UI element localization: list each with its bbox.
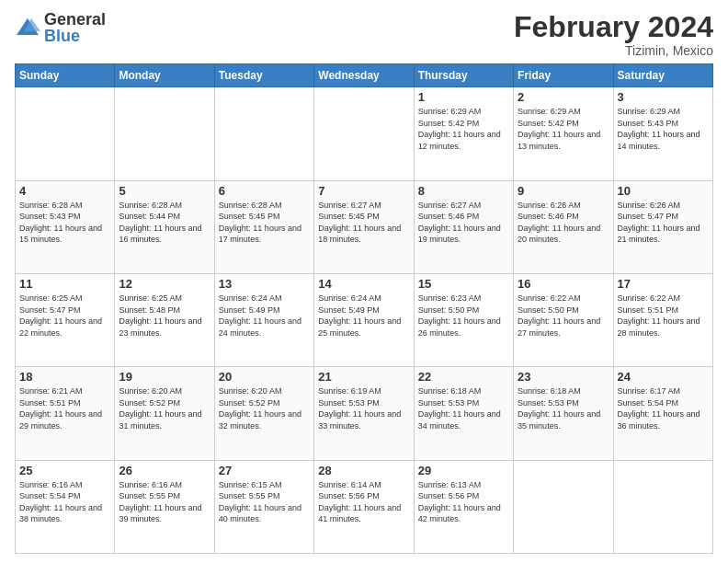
day-info: Sunrise: 6:22 AM Sunset: 5:51 PM Dayligh… [618,293,709,339]
calendar-cell: 26Sunrise: 6:16 AM Sunset: 5:55 PM Dayli… [115,460,214,553]
day-number: 8 [418,184,509,198]
day-info: Sunrise: 6:27 AM Sunset: 5:45 PM Dayligh… [318,200,409,246]
day-info: Sunrise: 6:24 AM Sunset: 5:49 PM Dayligh… [219,293,310,339]
calendar-header-wednesday: Wednesday [314,64,414,87]
day-info: Sunrise: 6:26 AM Sunset: 5:47 PM Dayligh… [618,200,709,246]
calendar-cell: 23Sunrise: 6:18 AM Sunset: 5:53 PM Dayli… [514,367,613,460]
calendar-subtitle: Tizimin, Mexico [514,43,713,58]
calendar-cell: 14Sunrise: 6:24 AM Sunset: 5:49 PM Dayli… [314,273,414,366]
calendar-cell: 2Sunrise: 6:29 AM Sunset: 5:42 PM Daylig… [514,87,613,180]
day-info: Sunrise: 6:29 AM Sunset: 5:42 PM Dayligh… [418,106,509,152]
calendar-week-1: 4Sunrise: 6:28 AM Sunset: 5:43 PM Daylig… [16,180,713,273]
day-number: 6 [219,184,310,198]
calendar-cell [16,87,115,180]
calendar-header-sunday: Sunday [16,64,115,87]
calendar-cell: 12Sunrise: 6:25 AM Sunset: 5:48 PM Dayli… [115,273,214,366]
day-info: Sunrise: 6:18 AM Sunset: 5:53 PM Dayligh… [518,385,609,431]
day-info: Sunrise: 6:28 AM Sunset: 5:45 PM Dayligh… [219,200,310,246]
calendar-table: SundayMondayTuesdayWednesdayThursdayFrid… [15,63,713,554]
calendar-cell: 13Sunrise: 6:24 AM Sunset: 5:49 PM Dayli… [214,273,313,366]
calendar-header-tuesday: Tuesday [214,64,313,87]
calendar-cell: 3Sunrise: 6:29 AM Sunset: 5:43 PM Daylig… [613,87,712,180]
day-info: Sunrise: 6:24 AM Sunset: 5:49 PM Dayligh… [318,293,409,339]
calendar-cell: 27Sunrise: 6:15 AM Sunset: 5:55 PM Dayli… [214,460,313,553]
day-number: 12 [119,277,210,291]
day-number: 4 [19,184,110,198]
calendar-cell: 8Sunrise: 6:27 AM Sunset: 5:46 PM Daylig… [414,180,513,273]
calendar-cell: 4Sunrise: 6:28 AM Sunset: 5:43 PM Daylig… [16,180,115,273]
day-number: 23 [518,370,609,384]
calendar-cell: 19Sunrise: 6:20 AM Sunset: 5:52 PM Dayli… [115,367,214,460]
day-info: Sunrise: 6:14 AM Sunset: 5:56 PM Dayligh… [318,479,409,525]
calendar-cell: 25Sunrise: 6:16 AM Sunset: 5:54 PM Dayli… [16,460,115,553]
calendar-cell [314,87,414,180]
day-info: Sunrise: 6:29 AM Sunset: 5:42 PM Dayligh… [518,106,609,152]
day-info: Sunrise: 6:21 AM Sunset: 5:51 PM Dayligh… [19,385,110,431]
day-info: Sunrise: 6:28 AM Sunset: 5:43 PM Dayligh… [19,200,110,246]
calendar-header-row: SundayMondayTuesdayWednesdayThursdayFrid… [16,64,713,87]
calendar-cell: 18Sunrise: 6:21 AM Sunset: 5:51 PM Dayli… [16,367,115,460]
day-number: 20 [219,370,310,384]
day-info: Sunrise: 6:18 AM Sunset: 5:53 PM Dayligh… [418,385,509,431]
day-number: 1 [418,90,509,104]
calendar-cell [214,87,313,180]
day-info: Sunrise: 6:16 AM Sunset: 5:54 PM Dayligh… [19,479,110,525]
day-info: Sunrise: 6:19 AM Sunset: 5:53 PM Dayligh… [318,385,409,431]
day-number: 29 [418,464,509,477]
calendar-cell: 15Sunrise: 6:23 AM Sunset: 5:50 PM Dayli… [414,273,513,366]
calendar-cell: 11Sunrise: 6:25 AM Sunset: 5:47 PM Dayli… [16,273,115,366]
day-number: 5 [119,184,210,198]
day-number: 13 [219,277,310,291]
day-info: Sunrise: 6:22 AM Sunset: 5:50 PM Dayligh… [518,293,609,339]
calendar-cell: 16Sunrise: 6:22 AM Sunset: 5:50 PM Dayli… [514,273,613,366]
logo-icon [15,15,40,40]
calendar-cell: 1Sunrise: 6:29 AM Sunset: 5:42 PM Daylig… [414,87,513,180]
calendar-cell [514,460,613,553]
day-number: 15 [418,277,509,291]
calendar-cell: 17Sunrise: 6:22 AM Sunset: 5:51 PM Dayli… [613,273,712,366]
day-info: Sunrise: 6:27 AM Sunset: 5:46 PM Dayligh… [418,200,509,246]
day-number: 19 [119,370,210,384]
calendar-header-thursday: Thursday [414,64,513,87]
calendar-cell: 29Sunrise: 6:13 AM Sunset: 5:56 PM Dayli… [414,460,513,553]
logo-general-text: General [44,11,106,28]
calendar-cell: 21Sunrise: 6:19 AM Sunset: 5:53 PM Dayli… [314,367,414,460]
day-info: Sunrise: 6:20 AM Sunset: 5:52 PM Dayligh… [119,385,210,431]
calendar-week-0: 1Sunrise: 6:29 AM Sunset: 5:42 PM Daylig… [16,87,713,180]
day-info: Sunrise: 6:16 AM Sunset: 5:55 PM Dayligh… [119,479,210,525]
title-block: February 2024 Tizimin, Mexico [514,11,713,58]
day-number: 24 [618,370,709,384]
day-number: 26 [119,464,210,477]
calendar-cell: 6Sunrise: 6:28 AM Sunset: 5:45 PM Daylig… [214,180,313,273]
day-number: 2 [518,90,609,104]
calendar-cell: 20Sunrise: 6:20 AM Sunset: 5:52 PM Dayli… [214,367,313,460]
page-header: General Blue February 2024 Tizimin, Mexi… [15,11,713,58]
day-number: 22 [418,370,509,384]
calendar-header-friday: Friday [514,64,613,87]
day-number: 21 [318,370,409,384]
day-info: Sunrise: 6:28 AM Sunset: 5:44 PM Dayligh… [119,200,210,246]
day-info: Sunrise: 6:13 AM Sunset: 5:56 PM Dayligh… [418,479,509,525]
calendar-cell: 24Sunrise: 6:17 AM Sunset: 5:54 PM Dayli… [613,367,712,460]
day-info: Sunrise: 6:26 AM Sunset: 5:46 PM Dayligh… [518,200,609,246]
calendar-header-saturday: Saturday [613,64,712,87]
calendar-week-2: 11Sunrise: 6:25 AM Sunset: 5:47 PM Dayli… [16,273,713,366]
day-info: Sunrise: 6:20 AM Sunset: 5:52 PM Dayligh… [219,385,310,431]
calendar-title: February 2024 [514,11,713,43]
day-number: 17 [618,277,709,291]
calendar-cell: 7Sunrise: 6:27 AM Sunset: 5:45 PM Daylig… [314,180,414,273]
day-info: Sunrise: 6:17 AM Sunset: 5:54 PM Dayligh… [618,385,709,431]
day-number: 11 [19,277,110,291]
day-number: 3 [618,90,709,104]
calendar-week-3: 18Sunrise: 6:21 AM Sunset: 5:51 PM Dayli… [16,367,713,460]
calendar-cell: 22Sunrise: 6:18 AM Sunset: 5:53 PM Dayli… [414,367,513,460]
calendar-cell: 10Sunrise: 6:26 AM Sunset: 5:47 PM Dayli… [613,180,712,273]
day-number: 27 [219,464,310,477]
calendar-cell: 5Sunrise: 6:28 AM Sunset: 5:44 PM Daylig… [115,180,214,273]
day-number: 14 [318,277,409,291]
day-number: 18 [19,370,110,384]
calendar-cell: 9Sunrise: 6:26 AM Sunset: 5:46 PM Daylig… [514,180,613,273]
day-info: Sunrise: 6:25 AM Sunset: 5:48 PM Dayligh… [119,293,210,339]
day-info: Sunrise: 6:29 AM Sunset: 5:43 PM Dayligh… [618,106,709,152]
day-number: 10 [618,184,709,198]
